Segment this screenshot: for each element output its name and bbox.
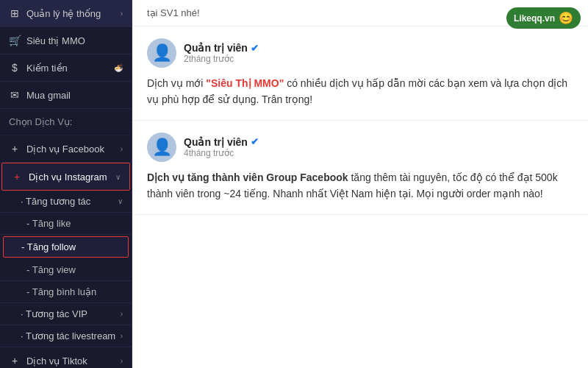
verified-icon-1: ✔ xyxy=(251,43,259,54)
arrow-icon-tuong-tac-livestream: › xyxy=(121,332,123,340)
main-content: Likeqq.vn 😊 tại SV1 nhé! 👤 Quản trị viên… xyxy=(132,0,588,368)
smiley-icon: 😊 xyxy=(559,11,573,25)
sidebar-subitem-tuong-tac-livestream[interactable]: · Tương tác livestream › xyxy=(0,325,132,347)
sidebar-item-quan-ly-he-thong[interactable]: ⊞ Quản lý hệ thống › xyxy=(0,0,132,27)
sidebar-label-sieu-thi: Siêu thị MMO xyxy=(26,35,85,46)
sidebar-label-facebook: Dịch vụ Facebook xyxy=(26,144,104,155)
post-2-bold: Dịch vụ tăng thành viên Group Facebook xyxy=(147,171,348,183)
sidebar-section-label: Chọn Dịch Vụ: xyxy=(9,116,72,127)
post-1-meta: Quản trị viên ✔ 2tháng trước xyxy=(184,42,259,64)
arrow-icon-tiktok: › xyxy=(121,357,123,365)
arrow-icon-facebook: › xyxy=(121,145,123,153)
sidebar-sublabel-tang-binh-luan: - Tăng bình luận xyxy=(26,286,96,297)
arrow-icon-quan-ly: › xyxy=(121,10,123,18)
brand-badge: Likeqq.vn 😊 xyxy=(506,7,581,29)
sidebar-item-mua-gmail[interactable]: ✉ Mua gmail xyxy=(0,82,132,109)
noodle-icon: 🍜 xyxy=(114,64,123,72)
post-1-author: Quản trị viên ✔ xyxy=(184,42,259,54)
sidebar-sublabel-tang-like: - Tăng like xyxy=(26,218,71,229)
arrow-icon-instagram: ∨ xyxy=(115,173,121,181)
plus-icon-ig: + xyxy=(11,171,23,183)
verified-icon-2: ✔ xyxy=(251,136,259,147)
sidebar-item-dich-vu-tiktok[interactable]: + Dịch vụ Tiktok › xyxy=(0,347,132,368)
post-1-time: 2tháng trước xyxy=(184,54,259,64)
cart-icon: 🛒 xyxy=(9,35,21,46)
grid-icon: ⊞ xyxy=(9,7,21,19)
post-1-highlight: "Siêu Thị MMO" xyxy=(206,77,284,89)
sidebar: ⊞ Quản lý hệ thống › 🛒 Siêu thị MMO $ Ki… xyxy=(0,0,132,368)
arrow-icon-tuong-tac-vip: › xyxy=(121,310,123,318)
post-1-header: 👤 Quản trị viên ✔ 2tháng trước xyxy=(147,38,573,68)
sidebar-subitem-tang-tuong-tac[interactable]: · Tăng tương tác ∨ xyxy=(0,191,132,213)
arrow-icon-tang-tuong-tac: ∨ xyxy=(118,197,123,205)
post-2: 👤 Quản trị viên ✔ 4tháng trước Dịch vụ t… xyxy=(132,121,588,215)
sidebar-item-kiem-tien[interactable]: $ Kiếm tiền 🍜 xyxy=(0,54,132,82)
post-2-header: 👤 Quản trị viên ✔ 4tháng trước xyxy=(147,132,573,162)
sidebar-label-tiktok: Dịch vụ Tiktok xyxy=(26,355,87,367)
sidebar-label-instagram: Dịch vụ Instagram xyxy=(29,171,107,183)
sidebar-subitem-tuong-tac-vip[interactable]: · Tương tác VIP › xyxy=(0,303,132,325)
post-1: 👤 Quản trị viên ✔ 2tháng trước Dịch vụ m… xyxy=(132,26,588,121)
post-2-body: Dịch vụ tăng thành viên Group Facebook t… xyxy=(147,169,573,202)
sidebar-sublabel-tang-view: - Tăng view xyxy=(26,264,76,275)
sidebar-label-quan-ly: Quản lý hệ thống xyxy=(26,8,101,19)
plus-icon-tiktok: + xyxy=(9,355,21,367)
sidebar-subitem-tang-binh-luan[interactable]: - Tăng bình luận xyxy=(0,281,132,303)
post-2-time: 4tháng trước xyxy=(184,148,259,158)
sidebar-sublabel-tuong-tac-livestream: · Tương tác livestream xyxy=(21,330,115,342)
sidebar-label-mua-gmail: Mua gmail xyxy=(26,90,71,101)
sidebar-sublabel-tang-follow: - Tăng follow xyxy=(21,241,76,252)
post-2-meta: Quản trị viên ✔ 4tháng trước xyxy=(184,136,259,158)
post-2-author: Quản trị viên ✔ xyxy=(184,136,259,148)
sidebar-subitem-tang-like[interactable]: - Tăng like xyxy=(0,213,132,235)
post-1-body: Dịch vụ mới "Siêu Thị MMO" có nhiều dịch… xyxy=(147,75,573,108)
sidebar-label-kiem-tien: Kiếm tiền xyxy=(26,63,68,74)
avatar-1: 👤 xyxy=(147,38,176,68)
sidebar-subitem-tang-follow[interactable]: - Tăng follow xyxy=(3,236,129,258)
sidebar-subitem-tang-view[interactable]: - Tăng view xyxy=(0,259,132,281)
sidebar-sub-label-tang-tuong-tac: · Tăng tương tác xyxy=(21,196,90,207)
sidebar-section-chon-dich-vu: Chọn Dịch Vụ: xyxy=(0,109,132,135)
brand-name: Likeqq.vn xyxy=(514,13,555,24)
top-hint-text: tại SV1 nhé! xyxy=(147,7,200,18)
email-icon: ✉ xyxy=(9,89,21,101)
plus-icon-fb: + xyxy=(9,143,21,155)
dollar-icon: $ xyxy=(9,62,21,74)
avatar-2: 👤 xyxy=(147,132,176,162)
sidebar-item-sieu-thi-mmo[interactable]: 🛒 Siêu thị MMO xyxy=(0,27,132,54)
sidebar-sublabel-tuong-tac-vip: · Tương tác VIP xyxy=(21,308,87,319)
sidebar-item-dich-vu-facebook[interactable]: + Dịch vụ Facebook › xyxy=(0,135,132,163)
sidebar-item-dich-vu-instagram[interactable]: + Dịch vụ Instagram ∨ xyxy=(1,163,130,191)
